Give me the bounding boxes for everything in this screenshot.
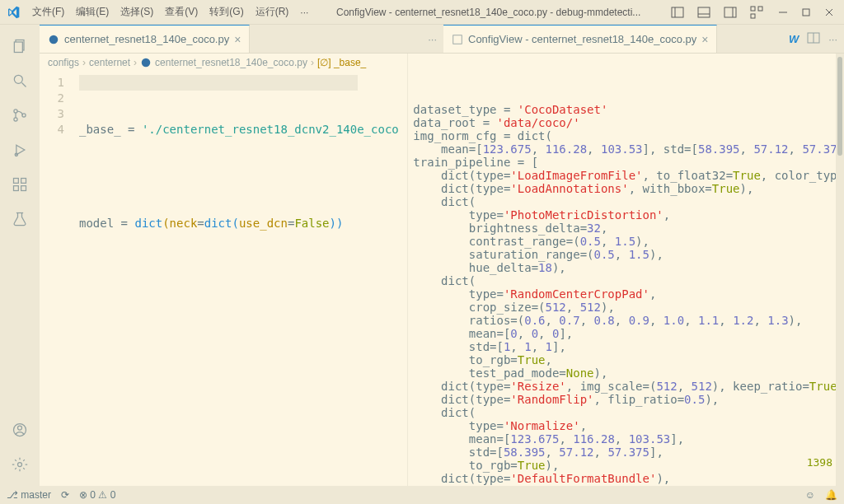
tab-left[interactable]: centernet_resnet18_140e_coco.py × [40, 25, 250, 53]
feedback-icon[interactable]: ☺ [805, 489, 815, 501]
source-control-icon[interactable] [0, 99, 40, 132]
wakatime-icon[interactable]: W [789, 33, 799, 45]
window-title: ConfigView - centernet_resnet18_140e_coc… [314, 7, 663, 18]
svg-rect-6 [751, 7, 755, 11]
svg-point-30 [49, 35, 59, 44]
problems-indicator[interactable]: ⊗ 0 ⚠ 0 [79, 489, 115, 501]
svg-rect-10 [803, 9, 809, 16]
svg-rect-22 [14, 179, 19, 184]
svg-rect-2 [698, 7, 710, 17]
tab-label: centernet_resnet18_140e_coco.py [64, 33, 229, 45]
branch-indicator[interactable]: ⎇ master [7, 489, 51, 501]
svg-rect-24 [21, 186, 26, 191]
menu-select[interactable]: 选择(S) [115, 0, 159, 24]
minimize-button[interactable] [771, 1, 795, 24]
breadcrumb[interactable]: configs› centernet› centernet_resnet18_1… [40, 54, 407, 72]
split-icon[interactable] [807, 31, 820, 47]
pane-row: configs› centernet› centernet_resnet18_1… [40, 54, 844, 486]
layout-panel-icon[interactable] [692, 1, 715, 24]
svg-rect-31 [453, 35, 462, 44]
menu-run[interactable]: 运行(R) [250, 0, 295, 24]
svg-rect-14 [14, 42, 22, 53]
more-icon[interactable]: ··· [428, 33, 437, 45]
svg-rect-23 [14, 186, 19, 191]
svg-rect-25 [21, 179, 26, 184]
tabs-row: centernet_resnet18_140e_coco.py × ··· Co… [40, 25, 844, 54]
layout-right-icon[interactable] [719, 1, 742, 24]
titlebar: 文件(F) 编辑(E) 选择(S) 查看(V) 转到(G) 运行(R) ··· … [0, 0, 844, 25]
svg-line-16 [22, 83, 26, 87]
explorer-icon[interactable] [0, 30, 40, 63]
statusbar: ⎇ master ⟳ ⊗ 0 ⚠ 0 ☺ 🔔 [0, 486, 844, 504]
menu-view[interactable]: 查看(V) [159, 0, 204, 24]
search-icon[interactable] [0, 64, 40, 97]
layout-toggle-icon[interactable] [666, 1, 689, 24]
sync-icon[interactable]: ⟳ [61, 489, 69, 501]
scrollbar[interactable] [836, 54, 844, 486]
svg-marker-20 [16, 145, 25, 155]
svg-point-34 [142, 58, 151, 68]
extensions-icon[interactable] [0, 168, 40, 201]
python-file-icon [140, 57, 152, 68]
maximize-button[interactable] [795, 1, 818, 24]
notifications-icon[interactable]: 🔔 [825, 489, 837, 501]
editor-right: dataset_type = 'CocoDataset'data_root = … [408, 54, 844, 486]
tab-label: ConfigView - centernet_resnet18_140e_coc… [468, 33, 696, 45]
editor-area: centernet_resnet18_140e_coco.py × ··· Co… [40, 25, 844, 486]
more-icon[interactable]: ··· [828, 33, 837, 45]
config-file-icon [452, 34, 463, 45]
svg-point-17 [14, 110, 17, 113]
svg-point-15 [14, 75, 22, 83]
menu-file[interactable]: 文件(F) [26, 0, 70, 24]
run-debug-icon[interactable] [0, 133, 40, 166]
body: centernet_resnet18_140e_coco.py × ··· Co… [0, 25, 844, 486]
line-count-badge: 1398 [807, 456, 832, 469]
menu-more[interactable]: ··· [294, 0, 314, 24]
tab-right[interactable]: ConfigView - centernet_resnet18_140e_coc… [443, 25, 717, 53]
editor-left: configs› centernet› centernet_resnet18_1… [40, 54, 408, 486]
close-icon[interactable]: × [234, 33, 241, 46]
svg-rect-4 [724, 7, 736, 17]
config-view-content[interactable]: dataset_type = 'CocoDataset'data_root = … [408, 72, 844, 486]
tab-actions-right: W ··· [782, 25, 844, 53]
gutter: 1 2 3 4 [40, 72, 79, 486]
activity-bar [0, 25, 40, 486]
svg-point-28 [18, 426, 22, 430]
tab-actions-left: ··· [421, 25, 443, 53]
menu-edit[interactable]: 编辑(E) [70, 0, 115, 24]
svg-rect-7 [758, 7, 762, 11]
svg-point-18 [14, 118, 17, 121]
menu-bar: 文件(F) 编辑(E) 选择(S) 查看(V) 转到(G) 运行(R) ··· [26, 0, 314, 24]
close-icon[interactable]: × [701, 33, 708, 46]
svg-rect-8 [751, 14, 755, 18]
svg-point-29 [18, 463, 22, 467]
python-file-icon [48, 34, 59, 45]
accounts-icon[interactable] [0, 413, 40, 446]
svg-rect-0 [672, 7, 683, 17]
customize-layout-icon[interactable] [745, 1, 768, 24]
settings-icon[interactable] [0, 448, 40, 481]
title-controls [663, 1, 844, 24]
close-button[interactable] [818, 1, 841, 24]
code-editor-left[interactable]: 1 2 3 4 _base_ = './centernet_resnet18_d… [40, 72, 407, 486]
vscode-icon [7, 6, 20, 19]
testing-icon[interactable] [0, 203, 40, 236]
menu-goto[interactable]: 转到(G) [204, 0, 249, 24]
